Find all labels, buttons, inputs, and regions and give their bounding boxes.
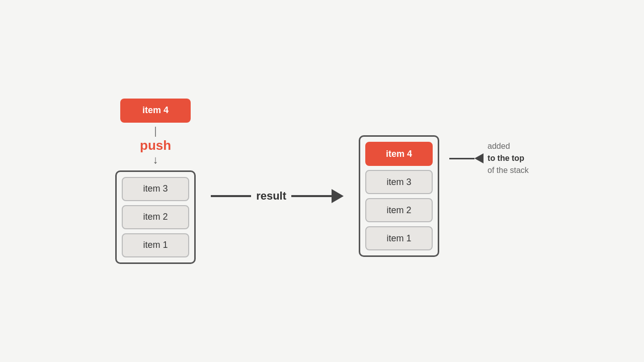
annotation-line1: added — [488, 142, 510, 150]
result-label: result — [256, 190, 286, 203]
push-indicator: push ↓ — [140, 127, 171, 165]
result-line-left — [211, 195, 251, 197]
left-stack-box: item 3 item 2 item 1 — [115, 170, 196, 264]
left-item2: item 2 — [122, 205, 189, 229]
diagram-container: item 4 push ↓ item 3 item 2 item 1 resul… — [115, 99, 529, 264]
annotation-line2: to the top — [488, 154, 524, 162]
right-item3: item 3 — [365, 170, 433, 194]
annotation-arrow-icon — [474, 153, 484, 163]
left-item1: item 1 — [122, 233, 189, 257]
left-stack-section: item 4 push ↓ item 3 item 2 item 1 — [115, 99, 196, 264]
annotation-line — [449, 158, 474, 159]
push-label: push — [140, 138, 171, 153]
annotation-text: added to the top of the stack — [488, 140, 529, 176]
result-arrow-head-icon — [332, 189, 344, 203]
right-stack-box: item 4 item 3 item 2 item 1 — [359, 135, 439, 257]
result-line-right — [291, 195, 332, 197]
right-item1: item 1 — [365, 226, 433, 250]
right-stack-wrapper: item 4 item 3 item 2 item 1 — [359, 135, 439, 257]
result-arrow-section: result — [211, 189, 344, 203]
right-section: item 4 item 3 item 2 item 1 added to the… — [359, 135, 529, 257]
annotation-section: added to the top of the stack — [449, 140, 529, 176]
annotation-line3: of the stack — [488, 166, 529, 174]
left-item3: item 3 — [122, 177, 189, 201]
floating-item4: item 4 — [120, 99, 191, 123]
down-arrow-icon: ↓ — [153, 154, 158, 165]
vertical-connector-line — [155, 127, 156, 137]
right-item2: item 2 — [365, 198, 433, 222]
right-item4: item 4 — [365, 142, 433, 166]
